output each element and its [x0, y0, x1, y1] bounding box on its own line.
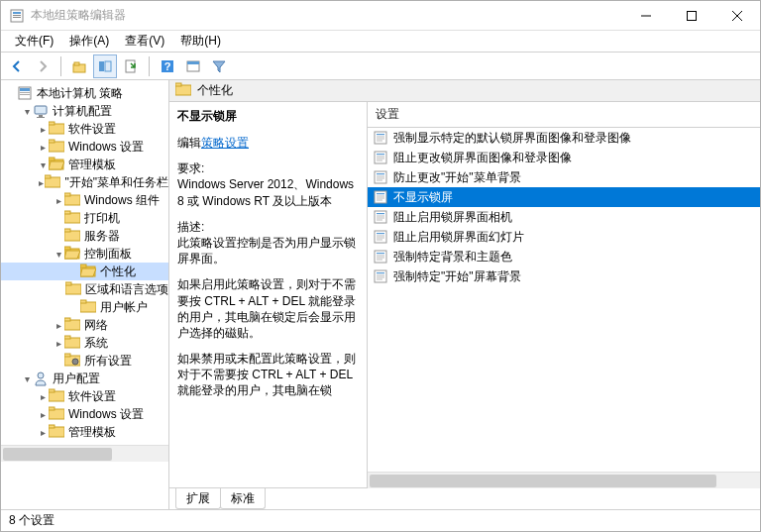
edit-prefix: 编辑: [177, 136, 201, 150]
tree-scrollbar[interactable]: [1, 445, 168, 462]
help-button[interactable]: ?: [156, 54, 179, 78]
svg-rect-20: [20, 94, 30, 95]
svg-rect-90: [377, 238, 384, 239]
tree-windows-components[interactable]: ▸Windows 组件: [1, 191, 168, 209]
tree-server[interactable]: 服务器: [1, 227, 168, 245]
tree-label: 系统: [84, 335, 108, 352]
filter-button[interactable]: [207, 54, 231, 78]
tree-network[interactable]: ▸网络: [1, 316, 168, 334]
folder-icon: [45, 174, 60, 190]
menu-view[interactable]: 查看(V): [117, 31, 172, 52]
tree-start-menu[interactable]: ▸"开始"菜单和任务栏: [1, 173, 168, 191]
tree-windows-settings-2[interactable]: ▸Windows 设置: [1, 405, 168, 423]
tree-user-accounts[interactable]: 用户帐户: [1, 298, 168, 316]
svg-rect-23: [37, 117, 45, 118]
expand-icon[interactable]: ▾: [53, 249, 64, 260]
expand-icon[interactable]: ▸: [53, 195, 64, 206]
tree-windows-settings[interactable]: ▸Windows 设置: [1, 138, 168, 156]
tree-admin-templates[interactable]: ▾管理模板: [1, 156, 168, 173]
tab-extended[interactable]: 扩展: [175, 488, 221, 509]
svg-rect-84: [377, 216, 384, 217]
svg-rect-69: [377, 157, 384, 158]
tree-label: Windows 组件: [84, 192, 160, 209]
tree-software[interactable]: ▸软件设置: [1, 120, 168, 138]
expand-icon[interactable]: ▾: [37, 160, 49, 170]
properties-button[interactable]: [181, 54, 205, 78]
list-item-label: 强制显示特定的默认锁屏界面图像和登录图像: [393, 130, 631, 147]
minimize-button[interactable]: [623, 1, 669, 31]
tree-panel[interactable]: 本地计算机 策略▾计算机配置▸软件设置▸Windows 设置▾管理模板▸"开始"…: [1, 80, 169, 509]
svg-rect-27: [49, 140, 54, 143]
tree-system[interactable]: ▸系统: [1, 334, 168, 352]
tree-label: "开始"菜单和任务栏: [64, 174, 168, 191]
expand-icon[interactable]: ▸: [37, 391, 49, 402]
desc-text: 此策略设置控制是否为用户显示锁屏界面。: [177, 236, 356, 266]
expand-icon[interactable]: ▸: [53, 320, 64, 331]
svg-rect-37: [64, 229, 70, 232]
expand-icon[interactable]: ▸: [37, 124, 49, 135]
export-button[interactable]: [119, 54, 143, 78]
path-header: 个性化: [169, 80, 760, 102]
tree-computer-config[interactable]: ▾计算机配置: [1, 102, 168, 120]
policy-icon: [374, 151, 387, 164]
up-button[interactable]: [67, 54, 91, 78]
svg-rect-73: [377, 173, 384, 174]
back-button[interactable]: [5, 54, 29, 78]
svg-rect-83: [377, 213, 384, 214]
tree-software-2[interactable]: ▸软件设置: [1, 387, 168, 405]
expand-icon[interactable]: ▸: [37, 427, 49, 438]
svg-rect-22: [39, 115, 43, 117]
expand-icon[interactable]: ▸: [37, 409, 49, 420]
tree-control-panel[interactable]: ▾控制面板: [1, 245, 168, 263]
expand-icon[interactable]: ▸: [37, 177, 45, 188]
expand-icon[interactable]: ▾: [21, 373, 33, 384]
tree-label: 个性化: [100, 264, 136, 280]
maximize-button[interactable]: [669, 1, 714, 31]
tree-personalization[interactable]: 个性化: [1, 263, 168, 280]
edit-policy-link[interactable]: 策略设置: [201, 136, 249, 150]
tree-root[interactable]: 本地计算机 策略: [1, 84, 168, 102]
menu-file[interactable]: 文件(F): [7, 31, 61, 52]
tree-printer[interactable]: 打印机: [1, 209, 168, 227]
tree-user-config[interactable]: ▾用户配置: [1, 370, 168, 387]
tab-standard[interactable]: 标准: [220, 488, 266, 509]
svg-rect-47: [64, 318, 70, 321]
path-current: 个性化: [197, 82, 233, 99]
svg-rect-79: [377, 196, 384, 197]
tree-label: 控制面板: [84, 246, 132, 263]
policy-icon: [374, 250, 387, 264]
svg-rect-2: [13, 15, 21, 16]
right-panel: 个性化 不显示锁屏 编辑策略设置 要求:Windows Server 2012、…: [169, 80, 760, 509]
tree-admin-templates-2[interactable]: ▸管理模板: [1, 423, 168, 441]
list-item[interactable]: 不显示锁屏: [368, 187, 760, 207]
list-item[interactable]: 强制特定背景和主题色: [368, 247, 760, 266]
expand-icon[interactable]: ▸: [53, 338, 64, 349]
svg-rect-98: [377, 272, 384, 273]
list-header[interactable]: 设置: [368, 102, 760, 127]
folder-icon: [49, 406, 64, 422]
svg-rect-91: [377, 240, 382, 241]
close-button[interactable]: [714, 1, 760, 31]
list-item[interactable]: 强制特定"开始"屏幕背景: [368, 266, 760, 286]
svg-rect-1: [13, 12, 21, 14]
list-item[interactable]: 阻止更改锁屏界面图像和登录图像: [368, 148, 760, 167]
forward-button[interactable]: [31, 54, 54, 78]
app-icon: [9, 8, 25, 24]
svg-rect-99: [377, 275, 384, 276]
list-item[interactable]: 强制显示特定的默认锁屏界面图像和登录图像: [368, 128, 760, 148]
svg-rect-71: [377, 160, 382, 161]
list-item[interactable]: 阻止启用锁屏界面相机: [368, 207, 760, 227]
tree-region[interactable]: 区域和语言选项: [1, 280, 168, 298]
list-item[interactable]: 防止更改"开始"菜单背景: [368, 167, 760, 187]
list-item[interactable]: 阻止启用锁屏界面幻灯片: [368, 227, 760, 247]
tree-all-settings[interactable]: 所有设置: [1, 352, 168, 370]
show-hide-tree-button[interactable]: [93, 54, 117, 78]
folder-icon: [64, 228, 80, 244]
title-bar: 本地组策略编辑器: [1, 1, 760, 31]
menu-action[interactable]: 操作(A): [61, 31, 117, 52]
svg-rect-29: [49, 158, 54, 160]
menu-help[interactable]: 帮助(H): [172, 31, 229, 52]
expand-icon[interactable]: ▸: [37, 142, 49, 153]
expand-icon[interactable]: ▾: [21, 106, 33, 117]
list-scrollbar[interactable]: [368, 472, 760, 488]
